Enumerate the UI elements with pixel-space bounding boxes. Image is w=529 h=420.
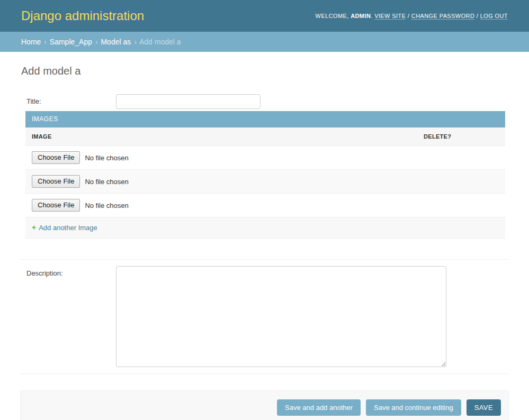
image-inline-row: Choose File No file chosen	[25, 194, 505, 217]
user-tools-separator: /	[408, 13, 409, 19]
description-label: Description:	[26, 266, 116, 277]
save-and-continue-editing-button[interactable]: Save and continue editing	[366, 399, 461, 416]
column-header-delete: DELETE?	[417, 127, 505, 146]
user-tools-separator: /	[477, 13, 478, 19]
images-inline-group: IMAGES IMAGE DELETE? Choose File No file…	[25, 111, 505, 239]
description-form-row: Description:	[20, 260, 509, 374]
file-status-text: No file chosen	[85, 202, 128, 209]
images-section-header: IMAGES	[25, 111, 505, 127]
plus-icon: +	[32, 223, 36, 232]
branding-link[interactable]: Django administration	[21, 8, 144, 23]
breadcrumb-app[interactable]: Sample_App	[50, 38, 92, 46]
choose-file-button[interactable]: Choose File	[32, 175, 80, 188]
add-model-form: Title: IMAGES IMAGE DELETE? Choose F	[20, 90, 509, 420]
images-inline-table: IMAGE DELETE? Choose File No file chosen	[25, 127, 505, 239]
image-cell: Choose File No file chosen	[25, 146, 417, 170]
description-fieldset: Description:	[20, 259, 509, 374]
image-inline-row: Choose File No file chosen	[25, 146, 505, 170]
site-branding: Django administration	[21, 8, 144, 23]
title-label: Title:	[26, 94, 116, 105]
breadcrumb-model-list[interactable]: Model as	[101, 38, 131, 46]
choose-file-button[interactable]: Choose File	[32, 199, 80, 212]
welcome-text: WELCOME,	[316, 13, 349, 19]
breadcrumb-separator: ›	[95, 38, 98, 46]
change-password-link[interactable]: CHANGE PASSWORD	[411, 13, 474, 20]
description-textarea[interactable]	[116, 266, 446, 367]
title-form-row: Title:	[20, 90, 509, 111]
user-tools: WELCOME, ADMIN. VIEW SITE / CHANGE PASSW…	[316, 13, 508, 19]
delete-cell	[417, 194, 505, 217]
image-cell: Choose File No file chosen	[25, 194, 417, 217]
breadcrumb-separator: ›	[44, 38, 47, 46]
image-file-input[interactable]: Choose File No file chosen	[32, 175, 411, 188]
image-inline-row: Choose File No file chosen	[25, 170, 505, 194]
page-title: Add model a	[21, 65, 509, 77]
save-button[interactable]: SAVE	[467, 399, 501, 416]
add-image-cell: +Add another Image	[25, 217, 505, 239]
title-input[interactable]	[116, 94, 261, 109]
welcome-period: .	[371, 13, 372, 19]
image-cell: Choose File No file chosen	[25, 170, 417, 194]
file-status-text: No file chosen	[85, 178, 128, 186]
breadcrumb-current-page: Add model a	[139, 38, 181, 46]
image-file-input[interactable]: Choose File No file chosen	[32, 199, 411, 212]
save-and-add-another-button[interactable]: Save and add another	[277, 399, 361, 416]
table-header-row: IMAGE DELETE?	[25, 127, 505, 146]
admin-header: Django administration WELCOME, ADMIN. VI…	[0, 0, 529, 32]
delete-cell	[417, 170, 505, 194]
delete-cell	[417, 146, 505, 170]
submit-row: Save and add another Save and continue e…	[20, 390, 509, 420]
image-file-input[interactable]: Choose File No file chosen	[32, 151, 411, 164]
breadcrumb-home[interactable]: Home	[21, 38, 41, 46]
breadcrumb: Home › Sample_App › Model as › Add model…	[0, 32, 529, 52]
username: ADMIN	[351, 13, 371, 19]
content-area: Add model a Title: IMAGES IMAGE DELETE?	[0, 52, 529, 420]
column-header-image: IMAGE	[25, 127, 417, 146]
breadcrumb-separator: ›	[134, 38, 137, 46]
log-out-link[interactable]: LOG OUT	[480, 13, 508, 20]
choose-file-button[interactable]: Choose File	[32, 151, 80, 164]
add-another-image-label: Add another Image	[39, 224, 97, 232]
view-site-link[interactable]: VIEW SITE	[374, 13, 406, 20]
file-status-text: No file chosen	[85, 154, 128, 162]
add-another-image-link[interactable]: +Add another Image	[32, 224, 97, 232]
add-image-row: +Add another Image	[25, 217, 505, 239]
